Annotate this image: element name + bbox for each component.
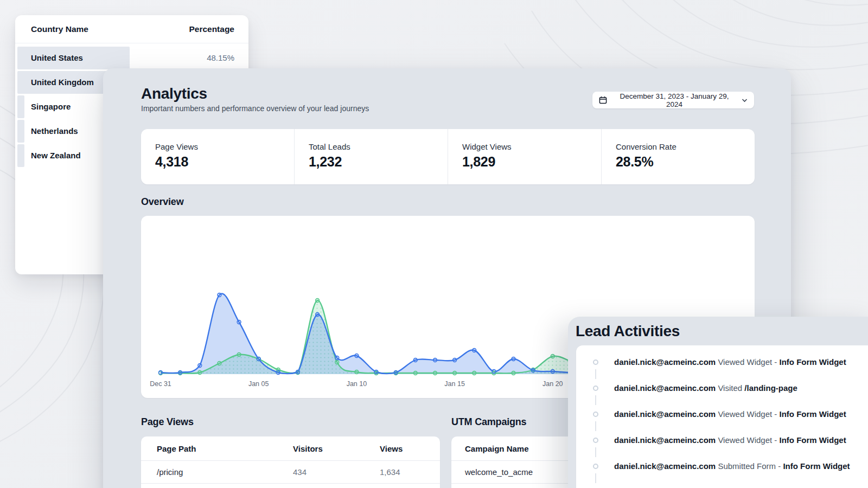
table-row: /pricing 434 1,634 [141, 461, 440, 484]
lead-activity-text: daniel.nick@acmeinc.com Viewed Widget - … [614, 401, 846, 427]
stat-label: Total Leads [309, 142, 448, 151]
column-header-campaign-name: Campaign Name [465, 436, 529, 461]
country-name: New Zealand [31, 144, 81, 167]
timeline-dot-icon [593, 438, 598, 443]
date-range-picker[interactable]: December 31, 2023 - January 29, 2024 [592, 92, 754, 108]
utm-section-title: UTM Campaigns [451, 416, 526, 428]
timeline-dot-icon [593, 412, 598, 417]
country-table-header: Country Name Percentage [15, 15, 248, 43]
column-header-percentage: Percentage [189, 24, 234, 34]
country-percentage: 48.15% [207, 47, 234, 69]
lead-activity-text: daniel.nick@acmeinc.com Viewed Widget - … [614, 427, 846, 453]
stats-summary: Page Views 4,318 Total Leads 1,232 Widge… [141, 129, 755, 184]
lead-activity-item: daniel.nick@acmeinc.com Viewed Widget - … [576, 401, 868, 427]
country-name: Netherlands [31, 120, 78, 143]
lead-activity-item: daniel.nick@acmeinc.com Viewed Widget - … [576, 349, 868, 375]
stat-page-views: Page Views 4,318 [141, 129, 294, 184]
lead-activity-text: daniel.nick@acmeinc.com Viewed Widget - … [614, 349, 846, 375]
timeline-dot-icon [593, 464, 598, 469]
stat-value: 1,829 [462, 154, 601, 170]
date-range-label: December 31, 2023 - January 29, 2024 [611, 92, 737, 108]
column-header-views: Views [380, 436, 403, 461]
percentage-bar [17, 144, 24, 167]
cell-page-path: /pricing [157, 461, 183, 484]
chevron-down-icon [742, 98, 748, 102]
country-name: Singapore [31, 95, 71, 118]
table-row-partial [141, 484, 440, 488]
lead-activity-item: daniel.nick@acmeinc.com Visited /landing… [576, 375, 868, 401]
x-axis-tick-label: Jan 10 [347, 380, 367, 388]
percentage-bar [17, 120, 24, 143]
x-axis-tick-label: Jan 05 [248, 380, 269, 388]
lead-activities-panel: Lead Activities daniel.nick@acmeinc.com … [568, 317, 868, 488]
stat-value: 4,318 [155, 154, 294, 170]
stat-value: 1,232 [309, 154, 448, 170]
timeline-connector [595, 473, 596, 483]
calendar-icon [599, 96, 607, 104]
percentage-bar [17, 95, 24, 118]
cell-campaign-name: welcome_to_acme [465, 461, 533, 484]
page-views-section-title: Page Views [141, 416, 194, 428]
cell-visitors: 434 [293, 461, 307, 484]
x-axis-tick-label: Jan 15 [444, 380, 465, 388]
lead-activity-item: daniel.nick@acmeinc.com Submitted Form -… [576, 453, 868, 479]
lead-activities-card: daniel.nick@acmeinc.com Viewed Widget - … [576, 345, 868, 488]
lead-activity-item: daniel.nick@acmeinc.com Viewed Widget - … [576, 427, 868, 453]
timeline-dot-icon [593, 359, 598, 365]
x-axis-tick-label: Dec 31 [150, 380, 171, 388]
lead-activity-text: daniel.nick@acmeinc.com Submitted Form -… [614, 453, 850, 479]
stat-label: Widget Views [462, 142, 601, 151]
stat-label: Page Views [155, 142, 294, 151]
stat-total-leads: Total Leads 1,232 [294, 129, 448, 184]
country-row: United States 48.15% [15, 47, 248, 69]
stat-value: 28.5% [616, 154, 755, 170]
lead-activities-list: daniel.nick@acmeinc.com Viewed Widget - … [576, 345, 868, 479]
page-subtitle: Important numbers and performance overvi… [141, 104, 369, 113]
lead-activity-text: daniel.nick@acmeinc.com Visited /landing… [614, 375, 797, 401]
stat-conversion-rate: Conversion Rate 28.5% [601, 129, 755, 184]
lead-activities-title: Lead Activities [576, 323, 680, 340]
country-name: United Kingdom [31, 71, 94, 94]
timeline-dot-icon [593, 386, 598, 391]
page-title: Analytics [141, 85, 207, 102]
column-header-visitors: Visitors [293, 436, 323, 461]
country-name: United States [31, 47, 83, 69]
overview-section-title: Overview [141, 196, 183, 208]
table-header-row: Page Path Visitors Views [141, 436, 440, 461]
cell-views: 1,634 [380, 461, 400, 484]
column-header-page-path: Page Path [157, 436, 196, 461]
x-axis-tick-label: Jan 20 [542, 380, 563, 388]
column-header-country-name: Country Name [31, 24, 88, 34]
stat-widget-views: Widget Views 1,829 [448, 129, 601, 184]
page-views-table: Page Path Visitors Views /pricing 434 1,… [141, 436, 440, 488]
stat-label: Conversion Rate [616, 142, 755, 151]
